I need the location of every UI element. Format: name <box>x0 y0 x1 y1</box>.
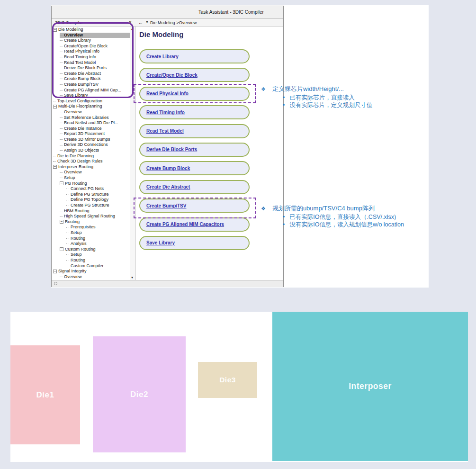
tree-item[interactable]: Report 3D Placement <box>60 131 130 137</box>
task-button[interactable]: Save Library <box>139 236 250 250</box>
task-button[interactable]: Create PG Aligned MIM Capacitors <box>139 217 250 232</box>
annotation-item-text: 没有实际芯片，定义规划尺寸值 <box>289 102 372 109</box>
tree-item[interactable]: Overview <box>60 109 130 115</box>
task-button-label: Create Library <box>146 54 179 59</box>
task-button[interactable]: Read Test Model <box>139 124 250 138</box>
tree: −Die ModelingOverviewCreate LibraryCreat… <box>52 27 130 280</box>
expand-collapse-icon[interactable]: − <box>60 220 63 224</box>
tree-connector <box>53 101 56 101</box>
tree-connector <box>60 40 63 41</box>
tree-item[interactable]: Create 3D Mirror Bumps <box>60 137 130 143</box>
tree-item[interactable]: Routing <box>66 236 130 242</box>
tree-item[interactable]: Die to Die Planning <box>53 153 130 159</box>
tree-item-label: Prerequisites <box>71 225 96 229</box>
tree-item[interactable]: Custom Compiler <box>66 263 130 269</box>
tree-item[interactable]: Save Library <box>60 93 130 99</box>
tree-item[interactable]: Routing <box>66 258 130 263</box>
tree-item[interactable]: Derive Die Block Ports <box>60 65 130 71</box>
tree-item[interactable]: Create Library <box>60 38 130 44</box>
tree-item[interactable]: Analysis <box>66 241 130 247</box>
tree-scrollbar[interactable]: ▲ ▼ <box>130 27 135 280</box>
task-button[interactable]: Create Bump Block <box>139 161 250 175</box>
tree-item[interactable]: −Multi-Die Floorplanning <box>53 104 130 109</box>
tree-connector <box>66 266 69 266</box>
task-button[interactable]: Create/Open Die Block <box>139 68 250 82</box>
expand-collapse-icon[interactable]: − <box>60 181 63 185</box>
tree-item[interactable]: High Speed Signal Routing <box>60 214 130 219</box>
status-icon <box>54 282 57 285</box>
task-button[interactable]: Create Die Abstract <box>139 180 250 194</box>
scroll-down-icon[interactable]: ▼ <box>131 276 134 279</box>
diagram-block-label: Die3 <box>219 376 236 384</box>
expand-collapse-icon[interactable]: − <box>53 105 57 108</box>
tree-item[interactable]: Read Test Model <box>60 60 130 66</box>
tree-item[interactable]: Create Bump Block <box>60 76 130 82</box>
task-content-panel: Die Modeling Create LibraryCreate/Open D… <box>135 27 283 280</box>
tree-item[interactable]: Setup <box>60 175 130 181</box>
breadcrumb[interactable]: Die Modeling->Overview <box>150 20 197 25</box>
tree-item[interactable]: −PG Routing <box>60 181 130 187</box>
tree-item[interactable]: Read Netlist and 3D Die Pl... <box>60 120 130 126</box>
annotation-bullet-item: •已有实际IO信息，直接读入（.CSV/.xlsx) <box>261 214 436 221</box>
tree-item[interactable]: Overview <box>60 170 130 175</box>
expand-collapse-icon[interactable]: − <box>53 270 57 273</box>
expand-collapse-icon[interactable]: − <box>53 165 57 169</box>
tree-item-label: Overview <box>64 33 83 37</box>
tree-item[interactable]: Setup <box>66 252 130 258</box>
tree-connector <box>60 211 63 211</box>
tree-item[interactable]: Read Physical Info <box>60 49 130 54</box>
tree-item[interactable]: Prerequisites <box>66 225 130 230</box>
diagram-block-die1: Die1 <box>10 345 80 444</box>
tree-item[interactable]: Create PG Structure <box>66 203 130 208</box>
diagram-panel: Die1Die2Die3Interposer <box>10 312 468 462</box>
tree-item[interactable]: −Interposer Routing <box>53 164 130 170</box>
tree-connector <box>60 172 63 173</box>
task-button[interactable]: Read Timing Info <box>139 105 250 119</box>
tree-item-label: Create Die Abstract <box>64 71 101 76</box>
tree-item[interactable]: −Die Modeling <box>53 27 130 33</box>
annotation-item-text: 已有实际IO信息，直接读入（.CSV/.xlsx) <box>289 214 396 221</box>
tree-item-label: Create Die Instance <box>64 126 102 131</box>
tree-item[interactable]: Derive 3D Connections <box>60 142 130 148</box>
tree-item[interactable]: Create Die Abstract <box>60 71 130 77</box>
tree-item[interactable]: Overview <box>60 33 130 38</box>
task-button[interactable]: Read Physical Info <box>139 87 250 101</box>
scroll-up-icon[interactable]: ▲ <box>131 27 134 30</box>
chevron-down-icon[interactable]: ▼ <box>145 20 149 24</box>
expand-collapse-icon[interactable]: − <box>53 28 57 32</box>
tree-item[interactable]: Create Die Instance <box>60 126 130 132</box>
diagram-block-die3: Die3 <box>198 362 257 398</box>
tree-item[interactable]: −Signal Integrity <box>53 269 130 274</box>
tree-item[interactable]: Set Reference Libraries <box>60 115 130 121</box>
tree-item[interactable]: −Custom Routing <box>60 247 130 253</box>
tree-connector <box>60 79 63 79</box>
tree-item[interactable]: Top-Level Configuration <box>53 99 130 104</box>
task-button[interactable]: Create Library <box>139 49 250 63</box>
tree-item[interactable]: −Routing <box>60 219 130 225</box>
tree-item[interactable]: Assign 3D Objects <box>60 148 130 153</box>
tree-item-label: Read Timing Info <box>64 54 96 59</box>
annotation-note-1: ❖ 定义裸芯片width/Height/... •已有实际芯片，直接读入•没有实… <box>261 85 427 109</box>
diagram-block-label: Interposer <box>349 381 392 391</box>
task-button[interactable]: Create Bump/TSV <box>139 198 250 213</box>
tree-connector <box>60 117 63 118</box>
tree-item[interactable]: Define PG Structure <box>66 192 130 198</box>
expand-collapse-icon[interactable]: − <box>60 247 63 251</box>
tree-connector <box>66 200 69 200</box>
tree-item[interactable]: Connect PG Nets <box>66 186 130 192</box>
tree-item[interactable]: Create Bump/TSV <box>60 82 130 88</box>
detach-panel-icon[interactable]: ✕ <box>128 20 132 25</box>
tree-item[interactable]: HBM Routing <box>60 208 130 214</box>
back-arrow-icon[interactable]: ← <box>138 20 143 25</box>
task-button[interactable]: Derive Die Block Ports <box>139 143 250 157</box>
task-button-label: Create PG Aligned MIM Capacitors <box>146 222 224 227</box>
tree-item[interactable]: Create PG Aligned MIM Cap... <box>60 88 130 93</box>
tree-item[interactable]: Overview <box>60 274 130 280</box>
tree-item[interactable]: Create/Open Die Block <box>60 44 130 49</box>
tree-item[interactable]: Check 3D Design Rules <box>53 159 130 164</box>
tree-item[interactable]: Define PG Topology <box>66 197 130 203</box>
task-button-label: Read Timing Info <box>146 110 185 115</box>
tree-item[interactable]: Read Timing Info <box>60 54 130 60</box>
tree-item-label: Routing <box>65 219 80 224</box>
tree-item[interactable]: Setup <box>66 230 130 236</box>
